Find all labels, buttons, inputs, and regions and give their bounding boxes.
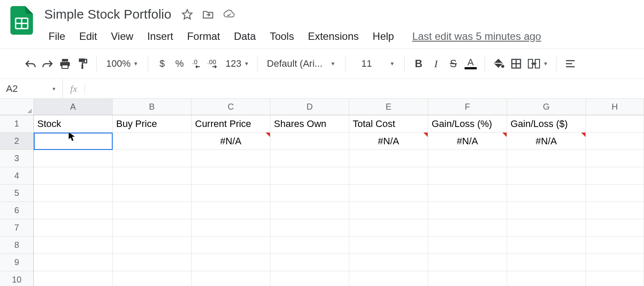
cell-B5[interactable] <box>113 185 192 202</box>
cell-A9[interactable] <box>34 254 113 271</box>
cell-G8[interactable] <box>507 237 586 254</box>
cell-A10[interactable] <box>34 271 113 286</box>
cell-C5[interactable] <box>192 185 270 202</box>
menu-insert[interactable]: Insert <box>141 28 179 45</box>
cell-H2[interactable] <box>586 133 644 150</box>
cell-E10[interactable] <box>349 271 428 286</box>
column-header-E[interactable]: E <box>349 99 428 115</box>
cell-A5[interactable] <box>34 185 113 202</box>
cell-A4[interactable] <box>34 167 113 185</box>
cell-E8[interactable] <box>349 237 428 254</box>
cell-E4[interactable] <box>349 167 428 185</box>
formula-input[interactable] <box>85 79 644 98</box>
cell-H9[interactable] <box>586 254 644 271</box>
cell-E2[interactable]: #N/A <box>349 133 428 150</box>
number-format-dropdown[interactable]: 123 ▼ <box>223 58 252 69</box>
font-family-dropdown[interactable]: Default (Ari... ▼ <box>263 58 340 69</box>
font-size-dropdown[interactable]: 11 ▼ <box>351 58 399 69</box>
print-button[interactable] <box>56 55 74 72</box>
cell-H5[interactable] <box>586 185 644 202</box>
cell-F3[interactable] <box>428 150 507 167</box>
cell-G5[interactable] <box>507 185 586 202</box>
cell-G1[interactable]: Gain/Loss ($) <box>507 115 586 133</box>
horizontal-align-button[interactable] <box>562 55 579 72</box>
format-currency-button[interactable]: $ <box>153 55 171 72</box>
cell-B7[interactable] <box>113 219 192 237</box>
menu-tools[interactable]: Tools <box>263 28 300 45</box>
row-header-7[interactable]: 7 <box>0 219 34 237</box>
format-percent-button[interactable]: % <box>171 55 188 72</box>
text-color-button[interactable]: A <box>462 55 479 72</box>
menu-edit[interactable]: Edit <box>73 28 103 45</box>
cell-F4[interactable] <box>428 167 507 185</box>
cell-D7[interactable] <box>270 219 349 237</box>
row-header-10[interactable]: 10 <box>0 271 34 286</box>
redo-button[interactable] <box>39 55 56 72</box>
column-header-D[interactable]: D <box>270 99 349 115</box>
row-header-6[interactable]: 6 <box>0 202 34 219</box>
cell-G10[interactable] <box>507 271 586 286</box>
cell-C4[interactable] <box>192 167 270 185</box>
cell-E9[interactable] <box>349 254 428 271</box>
cell-E6[interactable] <box>349 202 428 219</box>
cell-H6[interactable] <box>586 202 644 219</box>
cell-D5[interactable] <box>270 185 349 202</box>
cell-C2[interactable]: #N/A <box>192 133 270 150</box>
cell-B3[interactable] <box>113 150 192 167</box>
cell-B10[interactable] <box>113 271 192 286</box>
cell-D3[interactable] <box>270 150 349 167</box>
paint-format-button[interactable] <box>74 55 91 72</box>
cell-A2[interactable] <box>34 133 113 150</box>
cell-C9[interactable] <box>192 254 270 271</box>
cloud-status-icon[interactable] <box>223 9 234 20</box>
cell-D4[interactable] <box>270 167 349 185</box>
cell-A7[interactable] <box>34 219 113 237</box>
cell-F8[interactable] <box>428 237 507 254</box>
increase-decimal-button[interactable]: .00 <box>205 55 223 72</box>
decrease-decimal-button[interactable]: .0 <box>188 55 205 72</box>
row-header-9[interactable]: 9 <box>0 254 34 271</box>
italic-button[interactable]: I <box>427 55 445 72</box>
menu-format[interactable]: Format <box>181 28 226 45</box>
name-box[interactable]: A2 ▼ <box>0 79 63 98</box>
row-header-8[interactable]: 8 <box>0 237 34 254</box>
menu-file[interactable]: File <box>42 28 72 45</box>
cell-A1[interactable]: Stock <box>34 115 113 133</box>
cell-B6[interactable] <box>113 202 192 219</box>
cell-E5[interactable] <box>349 185 428 202</box>
cell-D2[interactable] <box>270 133 349 150</box>
menu-view[interactable]: View <box>105 28 140 45</box>
cell-G9[interactable] <box>507 254 586 271</box>
star-icon[interactable] <box>182 9 193 20</box>
cell-G2[interactable]: #N/A <box>507 133 586 150</box>
row-header-1[interactable]: 1 <box>0 115 34 133</box>
zoom-dropdown[interactable]: 100% ▼ <box>102 58 143 69</box>
cell-E1[interactable]: Total Cost <box>349 115 428 133</box>
cell-H1[interactable] <box>586 115 644 133</box>
cell-D8[interactable] <box>270 237 349 254</box>
cell-C7[interactable] <box>192 219 270 237</box>
cell-F7[interactable] <box>428 219 507 237</box>
menu-data[interactable]: Data <box>228 28 262 45</box>
cell-E7[interactable] <box>349 219 428 237</box>
cell-D9[interactable] <box>270 254 349 271</box>
cell-G4[interactable] <box>507 167 586 185</box>
menu-extensions[interactable]: Extensions <box>302 28 364 45</box>
document-title[interactable]: Simple Stock Portfolio <box>42 6 173 23</box>
cell-G7[interactable] <box>507 219 586 237</box>
cell-B4[interactable] <box>113 167 192 185</box>
column-header-H[interactable]: H <box>586 99 644 115</box>
row-header-3[interactable]: 3 <box>0 150 34 167</box>
cell-C10[interactable] <box>192 271 270 286</box>
cell-B2[interactable] <box>113 133 192 150</box>
cell-F2[interactable]: #N/A <box>428 133 507 150</box>
menu-help[interactable]: Help <box>367 28 400 45</box>
fill-color-button[interactable] <box>490 55 507 72</box>
column-header-A[interactable]: A <box>34 99 113 115</box>
cell-C6[interactable] <box>192 202 270 219</box>
cell-H4[interactable] <box>586 167 644 185</box>
select-all-corner[interactable] <box>0 99 34 115</box>
cell-B8[interactable] <box>113 237 192 254</box>
cell-F5[interactable] <box>428 185 507 202</box>
strikethrough-button[interactable]: S <box>445 55 462 72</box>
